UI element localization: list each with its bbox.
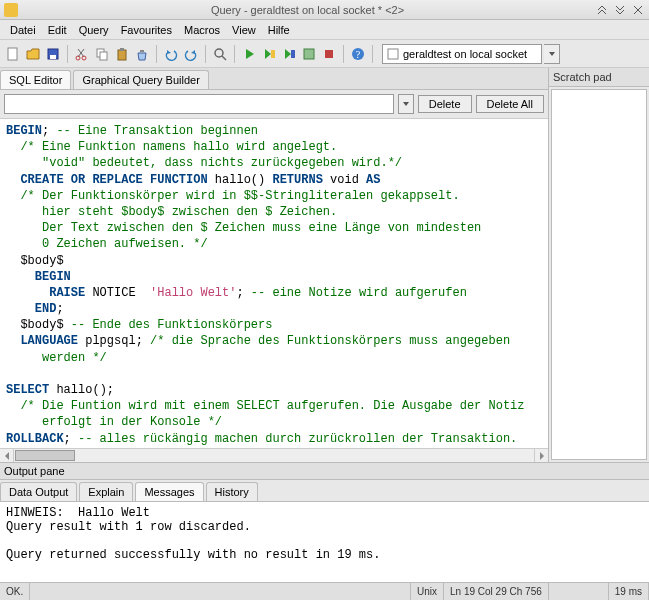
execute-file-icon[interactable]: [280, 45, 298, 63]
svg-rect-19: [325, 50, 333, 58]
scratchpad-title: Scratch pad: [549, 68, 649, 87]
sql-code[interactable]: BEGIN; -- Eine Transaktion beginnen /* E…: [0, 119, 548, 448]
tab-graphical-builder[interactable]: Graphical Query Builder: [73, 70, 208, 89]
output-messages[interactable]: HINWEIS: Hallo Welt Query result with 1 …: [0, 502, 649, 582]
scroll-thumb[interactable]: [15, 450, 75, 461]
close-icon[interactable]: [631, 3, 645, 17]
redo-icon[interactable]: [182, 45, 200, 63]
maximize-icon[interactable]: [613, 3, 627, 17]
menu-hilfe[interactable]: Hilfe: [262, 22, 296, 38]
scroll-right-icon[interactable]: [534, 449, 548, 462]
status-spacer: [30, 583, 411, 600]
explain-icon[interactable]: [300, 45, 318, 63]
svg-rect-10: [100, 52, 107, 60]
previous-queries-combo[interactable]: [4, 94, 394, 114]
separator: [372, 45, 373, 63]
svg-point-14: [215, 49, 223, 57]
clear-icon[interactable]: [133, 45, 151, 63]
svg-rect-12: [120, 48, 124, 51]
tab-messages[interactable]: Messages: [135, 482, 203, 501]
output-header: Output pane: [0, 462, 649, 480]
tab-explain[interactable]: Explain: [79, 482, 133, 501]
connection-dropdown-icon[interactable]: [544, 44, 560, 64]
separator: [156, 45, 157, 63]
output-tabs: Data Output Explain Messages History: [0, 480, 649, 502]
undo-icon[interactable]: [162, 45, 180, 63]
delete-all-button[interactable]: Delete All: [476, 95, 544, 113]
menu-datei[interactable]: Datei: [4, 22, 42, 38]
statusbar: OK. Unix Ln 19 Col 29 Ch 756 19 ms: [0, 582, 649, 600]
main-area: SQL Editor Graphical Query Builder Delet…: [0, 68, 649, 462]
execute-icon[interactable]: [240, 45, 258, 63]
open-icon[interactable]: [24, 45, 42, 63]
separator: [343, 45, 344, 63]
help-icon[interactable]: ?: [349, 45, 367, 63]
scratchpad-body[interactable]: [551, 89, 647, 460]
titlebar: Query - geraldtest on local socket * <2>: [0, 0, 649, 20]
copy-icon[interactable]: [93, 45, 111, 63]
menu-query[interactable]: Query: [73, 22, 115, 38]
svg-rect-2: [8, 48, 17, 60]
editor-tabs: SQL Editor Graphical Query Builder: [0, 68, 548, 90]
sql-editor[interactable]: BEGIN; -- Eine Transaktion beginnen /* E…: [0, 119, 548, 448]
status-position: Ln 19 Col 29 Ch 756: [444, 583, 549, 600]
svg-line-15: [222, 56, 226, 60]
minimize-icon[interactable]: [595, 3, 609, 17]
new-icon[interactable]: [4, 45, 22, 63]
tab-data-output[interactable]: Data Output: [0, 482, 77, 501]
svg-text:?: ?: [356, 49, 361, 60]
query-dropdown-icon[interactable]: [398, 94, 414, 114]
tab-history[interactable]: History: [206, 482, 258, 501]
query-toolbar: Delete Delete All: [0, 90, 548, 119]
cut-icon[interactable]: [73, 45, 91, 63]
save-icon[interactable]: [44, 45, 62, 63]
scratchpad-panel: Scratch pad: [549, 68, 649, 462]
menubar: Datei Edit Query Favourites Macros View …: [0, 20, 649, 40]
status-ok: OK.: [0, 583, 30, 600]
svg-rect-13: [140, 50, 144, 52]
svg-rect-22: [388, 49, 398, 59]
status-rows: [549, 583, 609, 600]
cancel-icon[interactable]: [320, 45, 338, 63]
scroll-left-icon[interactable]: [0, 449, 14, 462]
toolbar: ? geraldtest on local socket: [0, 40, 649, 68]
status-encoding: Unix: [411, 583, 444, 600]
svg-rect-11: [118, 50, 126, 60]
delete-button[interactable]: Delete: [418, 95, 472, 113]
connection-label: geraldtest on local socket: [403, 48, 527, 60]
menu-favourites[interactable]: Favourites: [115, 22, 178, 38]
paste-icon[interactable]: [113, 45, 131, 63]
execute-pgscript-icon[interactable]: [260, 45, 278, 63]
editor-column: SQL Editor Graphical Query Builder Delet…: [0, 68, 549, 462]
status-time: 19 ms: [609, 583, 649, 600]
svg-rect-4: [50, 55, 56, 59]
separator: [67, 45, 68, 63]
separator: [205, 45, 206, 63]
app-icon: [4, 3, 18, 17]
connection-combo[interactable]: geraldtest on local socket: [382, 44, 542, 64]
find-icon[interactable]: [211, 45, 229, 63]
svg-rect-18: [304, 49, 314, 59]
horizontal-scrollbar[interactable]: [0, 448, 548, 462]
svg-rect-16: [271, 50, 275, 58]
menu-macros[interactable]: Macros: [178, 22, 226, 38]
tab-sql-editor[interactable]: SQL Editor: [0, 70, 71, 89]
menu-view[interactable]: View: [226, 22, 262, 38]
window-title: Query - geraldtest on local socket * <2>: [24, 4, 591, 16]
svg-rect-17: [291, 50, 295, 58]
menu-edit[interactable]: Edit: [42, 22, 73, 38]
separator: [234, 45, 235, 63]
